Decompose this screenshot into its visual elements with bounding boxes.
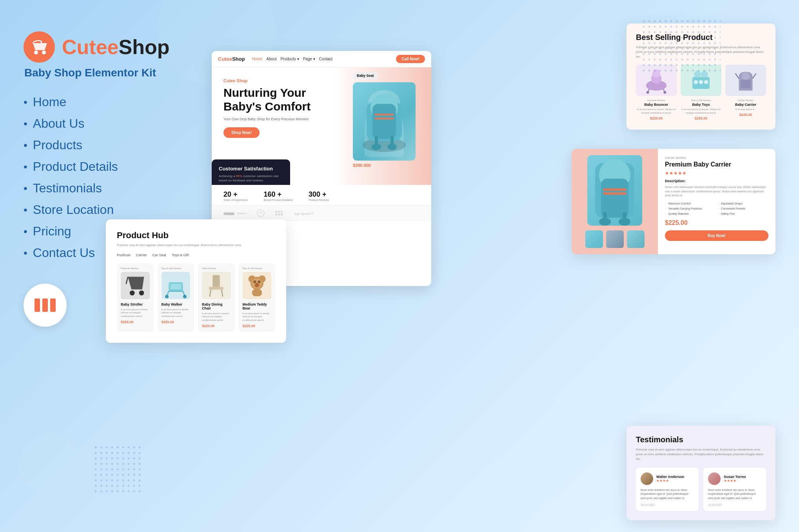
testimonial-walter-stars: ★★★★ xyxy=(656,479,684,483)
hero-product: Baby Seat $390.000 xyxy=(353,71,423,168)
detail-images-panel xyxy=(572,149,658,254)
satisfaction-title: Customer Satisfaction xyxy=(219,166,283,172)
walker-image xyxy=(162,272,191,299)
svg-point-31 xyxy=(165,295,169,298)
buy-now-button[interactable]: Buy Now! xyxy=(665,230,768,241)
cat-tab-carrier[interactable]: Carrier xyxy=(136,253,147,257)
nav-link-about[interactable]: About Us xyxy=(33,116,85,131)
shop-now-button[interactable]: Shop Now! xyxy=(223,127,260,138)
dots-bottom-left xyxy=(94,446,141,493)
nav-item-store-location[interactable]: Store Location xyxy=(24,203,212,217)
svg-rect-27 xyxy=(171,284,182,289)
stat-reviews-value: 300 + xyxy=(309,190,329,199)
nav-link-products[interactable]: Products xyxy=(33,138,82,152)
svg-text:POWER: POWER xyxy=(224,213,234,215)
svg-line-25 xyxy=(126,277,128,284)
detail-thumb-1[interactable] xyxy=(585,230,603,248)
testimonial-susan-stars: ★★★★ xyxy=(724,479,746,483)
svg-rect-5 xyxy=(50,299,56,312)
cat-tab-pushcair[interactable]: Pushcair xyxy=(117,253,131,257)
browser-menu-products[interactable]: Products ▾ xyxy=(280,57,299,61)
detail-info-panel: Carrier Section Premium Baby Carrier ★★★… xyxy=(658,149,775,254)
svg-rect-10 xyxy=(374,114,394,116)
dining-chair-svg xyxy=(205,273,227,299)
svg-rect-34 xyxy=(209,287,223,290)
feature-carrying-positions: Versatile Carrying Positions xyxy=(665,207,716,210)
browser-menu: Home About Products ▾ Page ▾ Contact xyxy=(252,57,333,61)
category-tabs: Pushcair Carrier Car Seat Toys & Gift xyxy=(117,253,275,257)
detail-price: $225.00 xyxy=(665,219,768,226)
detail-thumb-row xyxy=(585,230,645,248)
testimonial-walter-info: Walter Anderson ★★★★ xyxy=(656,475,684,483)
svg-rect-3 xyxy=(35,299,40,312)
nav-link-contact[interactable]: Contact Us xyxy=(33,246,95,260)
testimonials-title: Testimonials xyxy=(636,435,766,444)
dining-chair-price: $225.00 xyxy=(202,324,231,328)
nav-link-pricing[interactable]: Pricing xyxy=(33,224,71,239)
stats-row: 20 + Years of Experience 160 + Brand Pro… xyxy=(212,185,431,205)
stroller-price: $325.00 xyxy=(121,320,150,324)
logo-power: POWER MODULE xyxy=(223,210,247,217)
svg-rect-18 xyxy=(278,211,280,213)
call-now-button[interactable]: Call Now! xyxy=(396,55,425,63)
logo-icon xyxy=(24,31,55,63)
nav-item-product-details[interactable]: Product Details xyxy=(24,159,212,174)
dining-chair-image xyxy=(202,272,231,299)
svg-point-1 xyxy=(42,51,46,54)
logo-part2: Shop xyxy=(118,36,169,58)
feature-convenient-pockets: Convenient Pockets xyxy=(717,207,768,210)
elementor-badge xyxy=(24,284,67,327)
toys-desc: In at risus ipsum in amore. Ultrices sit… xyxy=(681,108,721,115)
feature-maximum-comfort: Maximum Comfort xyxy=(665,202,716,205)
best-product-carrier-sm: Carrier Section Baby Carrier In at risus… xyxy=(725,65,766,120)
browser-menu-page[interactable]: Page ▾ xyxy=(303,57,315,61)
nav-link-testimonials[interactable]: Testimonials xyxy=(33,181,102,195)
svg-line-62 xyxy=(753,74,756,79)
nav-link-home[interactable]: Home xyxy=(33,95,66,109)
svg-point-41 xyxy=(253,280,256,283)
hero-section: Cutee Shop Nurturing Your Baby's Comfort… xyxy=(212,67,431,185)
detail-thumb-3[interactable] xyxy=(627,230,645,248)
teddy-desc: In at risus ipsum in amore. Ultrices sit… xyxy=(243,312,272,322)
nav-link-product-details[interactable]: Product Details xyxy=(33,159,118,174)
award-logo-icon xyxy=(255,209,267,217)
nav-item-testimonials[interactable]: Testimonials xyxy=(24,181,212,195)
nav-item-products[interactable]: Products xyxy=(24,138,212,152)
product-card-stroller: Pushcair Section Baby Stroller In at ris… xyxy=(117,263,154,332)
nav-link-store-location[interactable]: Store Location xyxy=(33,203,114,217)
walker-svg xyxy=(165,273,187,299)
testimonial-walter: Walter Anderson ★★★★ Nunc enim tincidunt… xyxy=(636,468,699,511)
svg-point-58 xyxy=(704,80,708,84)
carrier-sm-svg xyxy=(732,67,759,94)
browser-menu-home[interactable]: Home xyxy=(252,57,263,61)
stat-experience: 20 + Years of Experience xyxy=(223,190,248,201)
product-detail-card: Carrier Section Premium Baby Carrier ★★★… xyxy=(572,149,775,254)
svg-line-35 xyxy=(210,290,211,296)
grid-logo-icon xyxy=(274,210,286,216)
detail-description-text: Donec velit ullamcorper tincidunt venena… xyxy=(665,185,768,198)
carrier-main-svg xyxy=(587,155,642,226)
car-seat-svg xyxy=(353,82,416,161)
stroller-svg xyxy=(124,273,146,299)
product-hub-card: Product Hub Pulvinar cras et sem agisias… xyxy=(106,219,286,343)
detail-thumb-2[interactable] xyxy=(606,230,624,248)
nav-item-about[interactable]: About Us xyxy=(24,116,212,131)
cat-tab-carseat[interactable]: Car Seat xyxy=(153,253,167,257)
browser-menu-contact[interactable]: Contact xyxy=(319,57,332,61)
testimonial-susan-avatar xyxy=(708,472,721,485)
svg-rect-73 xyxy=(94,446,141,493)
cat-tab-toys[interactable]: Toys & Gift xyxy=(172,253,189,257)
bouncer-cat: Furniture Section xyxy=(636,99,677,101)
testimonial-susan-info: Susan Torres ★★★★ xyxy=(724,475,746,483)
browser-menu-about[interactable]: About xyxy=(266,57,276,61)
svg-rect-19 xyxy=(281,211,283,213)
stat-reviews: 300 + Product Reviews xyxy=(309,190,329,201)
svg-rect-71 xyxy=(642,20,721,74)
carrier-sm-thumb xyxy=(725,65,766,96)
teddy-name: Medium Teddy Bear xyxy=(243,302,272,310)
dining-chair-name: Baby Dining Chair xyxy=(202,302,231,310)
toys-cat: Toys & Gift Section xyxy=(681,99,721,101)
nav-item-home[interactable]: Home xyxy=(24,95,212,109)
hero-title: Nurturing Your Baby's Comfort xyxy=(223,86,333,113)
detail-category: Carrier Section xyxy=(665,156,768,159)
